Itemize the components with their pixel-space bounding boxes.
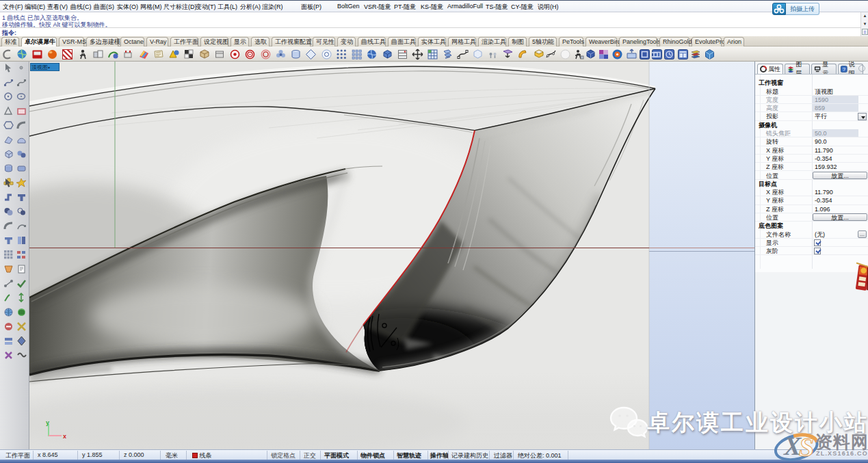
svg-text:y: y — [46, 419, 49, 426]
svg-text:x: x — [63, 433, 66, 440]
svg-text:?: ? — [843, 66, 845, 72]
svg-text:S: S — [799, 432, 814, 462]
